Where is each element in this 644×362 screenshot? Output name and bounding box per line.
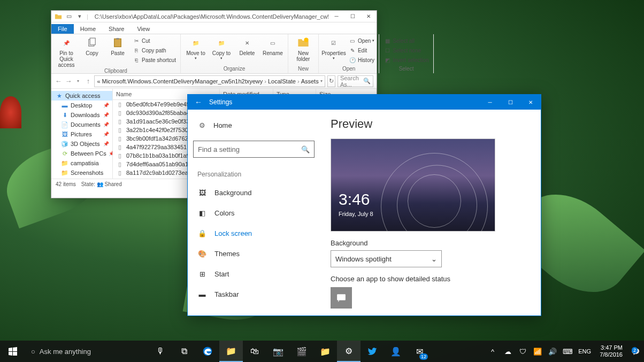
settings-nav-background[interactable]: 🖼Background <box>193 182 315 203</box>
tray-network[interactable]: 📶 <box>532 348 543 356</box>
tray-keyboard[interactable]: ⌨ <box>562 348 573 356</box>
taskbar-store[interactable]: 🛍 <box>243 341 266 362</box>
back-button[interactable]: ← <box>188 98 209 106</box>
copy-button[interactable]: Copy <box>80 36 104 56</box>
pin-icon: 📌 <box>103 141 109 147</box>
tray-clock[interactable]: 3:47 PM 7/8/2016 <box>596 344 626 358</box>
history-button[interactable]: 🕐History <box>348 56 375 64</box>
nav-history-dropdown[interactable]: ▾ <box>74 75 82 87</box>
ribbon-tab-home[interactable]: Home <box>74 24 102 34</box>
nav-quick-access[interactable]: ★Quick access <box>51 91 112 101</box>
ribbon-tab-share[interactable]: Share <box>102 24 131 34</box>
copy-to-button[interactable]: 📁Copy to▾ <box>210 36 233 60</box>
move-to-button[interactable]: 📁Move to▾ <box>184 36 208 60</box>
address-bar-row: ← → ▾ ↑ « Microsoft.Windows.ContentDeliv… <box>51 74 377 89</box>
taskbar-twitter[interactable] <box>361 341 384 362</box>
close-button[interactable]: ✕ <box>520 95 541 110</box>
nav-forward-button[interactable]: → <box>65 75 73 87</box>
select-none-button[interactable]: ☐Select none <box>382 46 430 55</box>
file-icon: ▯ <box>116 118 124 125</box>
search-input[interactable]: Search As...🔍 <box>338 75 373 87</box>
new-folder-button[interactable]: New folder <box>292 36 315 62</box>
background-select[interactable]: Windows spotlight ⌄ <box>331 250 442 267</box>
nav-documents[interactable]: 📄Documents📌 <box>51 120 112 129</box>
edit-icon: ✎ <box>349 47 356 54</box>
edit-button[interactable]: ✎Edit <box>348 46 375 55</box>
pin-to-quick-access-button[interactable]: 📌Pin to Quick access <box>55 36 78 68</box>
rename-button[interactable]: ▭Rename <box>261 36 285 56</box>
tray-onedrive[interactable]: ☁ <box>502 348 513 356</box>
tray-language[interactable]: ENG <box>577 348 592 355</box>
tray-volume[interactable]: 🔊 <box>547 348 558 356</box>
add-app-button[interactable] <box>331 287 352 309</box>
breadcrumb[interactable]: « Microsoft.Windows.ContentDeliveryManag… <box>94 75 325 87</box>
taskbar-explorer[interactable]: 📁 <box>219 341 243 362</box>
taskbar-people[interactable]: 👤 <box>384 341 408 362</box>
clapper-icon: 🎬 <box>296 346 307 357</box>
folder-icon: 📁 <box>226 346 236 356</box>
settings-nav-themes[interactable]: 🎨Themes <box>193 243 315 264</box>
settings-nav-taskbar[interactable]: ▬Taskbar <box>193 284 315 304</box>
nav-between-pcs[interactable]: ⟳Between PCs📌 <box>51 149 112 158</box>
ribbon-tab-view[interactable]: View <box>131 24 156 34</box>
refresh-button[interactable]: ↻ <box>327 75 335 87</box>
nav-system32[interactable]: 📁System32📌 <box>51 178 112 179</box>
nav-back-button[interactable]: ← <box>55 75 63 87</box>
qat-dropdown-icon[interactable]: ▾ <box>76 13 83 20</box>
start-button[interactable] <box>0 341 26 362</box>
maximize-button[interactable]: ☐ <box>500 95 520 110</box>
taskbar-movies[interactable]: 🎬 <box>290 341 313 362</box>
paste-shortcut-button[interactable]: ⎗Paste shortcut <box>132 56 177 64</box>
qat-new-icon[interactable]: ▭ <box>65 13 73 20</box>
close-button[interactable]: ✕ <box>361 11 377 22</box>
picture-icon: 🖼 <box>197 188 207 197</box>
delete-button[interactable]: ✕Delete <box>235 36 259 56</box>
taskbar-camera[interactable]: 📷 <box>266 341 290 362</box>
task-view-button[interactable]: ⧉ <box>172 341 196 362</box>
palette-icon: ◧ <box>197 208 207 218</box>
cut-button[interactable]: ✂Cut <box>132 36 177 45</box>
settings-content: Preview 3:46 Friday, July 8 Background W… <box>320 110 541 315</box>
open-button[interactable]: ▭Open▾ <box>348 36 375 45</box>
svg-rect-3 <box>117 38 119 40</box>
preview-date: Friday, July 8 <box>339 211 373 217</box>
settings-nav-start[interactable]: ⊞Start <box>193 264 315 284</box>
settings-nav-lock-screen[interactable]: 🔒Lock screen <box>193 223 315 243</box>
minimize-button[interactable]: ─ <box>480 95 500 110</box>
cortana-mic-button[interactable]: 🎙 <box>149 341 172 362</box>
action-center-button[interactable]: 💬2 <box>630 348 641 356</box>
nav-up-button[interactable]: ↑ <box>85 75 93 87</box>
nav-3d-objects[interactable]: 🧊3D Objects📌 <box>51 139 112 149</box>
pin-icon: 📌 <box>103 132 109 137</box>
ribbon-tabs: File Home Share View <box>51 22 377 34</box>
cortana-search[interactable]: ○ Ask me anything <box>26 341 149 362</box>
nav-downloads[interactable]: ⬇Downloads📌 <box>51 110 112 120</box>
explorer-titlebar[interactable]: ▭ ▾ | C:\Users\xbox\AppData\Local\Packag… <box>51 11 377 22</box>
settings-titlebar[interactable]: ← Settings ─ ☐ ✕ <box>188 95 541 110</box>
settings-search-input[interactable]: Find a setting 🔍 <box>193 141 315 158</box>
tray-overflow-button[interactable]: ^ <box>487 348 498 356</box>
maximize-button[interactable]: ☐ <box>344 11 361 22</box>
nav-pictures[interactable]: 🖼Pictures📌 <box>51 129 112 139</box>
nav-campatisia[interactable]: 📁campatisia <box>51 158 112 168</box>
nav-desktop[interactable]: ▬Desktop📌 <box>51 101 112 110</box>
minimize-button[interactable]: ─ <box>328 11 344 22</box>
select-all-button[interactable]: ▦Select all <box>382 36 430 45</box>
settings-home-button[interactable]: ⚙ Home <box>193 117 315 133</box>
settings-nav-colors[interactable]: ◧Colors <box>193 203 315 223</box>
star-icon: ★ <box>56 92 63 99</box>
tray-security[interactable]: 🛡 <box>517 348 528 356</box>
taskbar-folder2[interactable]: 📁 <box>313 341 337 362</box>
file-icon: ▯ <box>116 135 124 142</box>
nav-screenshots[interactable]: 📁Screenshots <box>51 168 112 178</box>
copy-path-button[interactable]: ⎘Copy path <box>132 46 177 55</box>
folder-icon <box>55 13 62 20</box>
taskbar-mail[interactable]: ✉12 <box>408 341 431 362</box>
taskbar-edge[interactable] <box>196 341 219 362</box>
themes-icon: 🎨 <box>197 249 207 258</box>
ribbon-tab-file[interactable]: File <box>51 24 74 34</box>
properties-button[interactable]: ☑Properties▾ <box>322 36 346 60</box>
taskbar-settings[interactable]: ⚙ <box>337 341 361 362</box>
invert-selection-button[interactable]: ◩Invert selection <box>382 56 430 64</box>
paste-button[interactable]: Paste <box>106 36 129 56</box>
